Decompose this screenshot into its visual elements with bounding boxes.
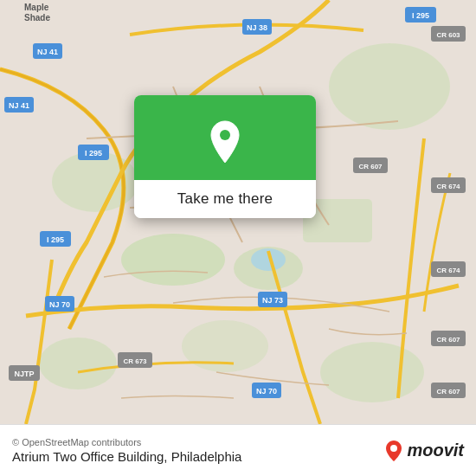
- svg-text:CR 607: CR 607: [436, 388, 460, 396]
- svg-text:I 295: I 295: [85, 149, 102, 158]
- map-attribution: © OpenStreetMap contributors: [12, 437, 241, 447]
- svg-text:NJ 41: NJ 41: [37, 48, 58, 56]
- svg-text:CR 603: CR 603: [436, 31, 460, 39]
- take-me-there-button[interactable]: Take me there: [134, 180, 316, 218]
- svg-point-5: [329, 43, 450, 130]
- moovit-pin-icon: [384, 440, 403, 462]
- svg-text:NJ 70: NJ 70: [256, 387, 277, 396]
- svg-text:NJTP: NJTP: [14, 370, 34, 378]
- location-name: Atrium Two Office Building, Philadelphia: [12, 449, 241, 464]
- svg-point-46: [220, 130, 230, 140]
- svg-text:I 295: I 295: [412, 11, 429, 20]
- moovit-logo: moovit: [384, 440, 464, 462]
- svg-point-1: [121, 234, 225, 286]
- bottom-left: © OpenStreetMap contributors Atrium Two …: [12, 437, 241, 464]
- svg-text:I 295: I 295: [47, 235, 64, 244]
- svg-text:NJ 73: NJ 73: [262, 296, 283, 305]
- svg-text:CR 607: CR 607: [358, 163, 383, 170]
- location-pin-icon: [206, 119, 244, 164]
- svg-point-47: [390, 445, 397, 452]
- moovit-brand-text: moovit: [407, 441, 464, 460]
- svg-text:NJ 38: NJ 38: [247, 23, 267, 32]
- popup-green-area: [134, 95, 316, 180]
- svg-text:Maple: Maple: [24, 3, 49, 12]
- bottom-bar: © OpenStreetMap contributors Atrium Two …: [0, 424, 476, 476]
- svg-text:CR 607: CR 607: [436, 336, 460, 344]
- svg-text:CR 674: CR 674: [436, 267, 460, 274]
- svg-text:NJ 70: NJ 70: [49, 300, 70, 309]
- svg-text:Shade: Shade: [24, 13, 50, 23]
- map-container: NJ 41 NJ 38 I 295 CR 603 NJ 41 I 295 CR …: [0, 0, 476, 424]
- popup-card: Take me there: [134, 95, 316, 218]
- svg-text:NJ 41: NJ 41: [9, 101, 29, 110]
- svg-text:CR 673: CR 673: [123, 357, 147, 365]
- svg-point-6: [39, 338, 117, 389]
- svg-point-7: [320, 342, 424, 402]
- svg-text:CR 674: CR 674: [436, 183, 460, 190]
